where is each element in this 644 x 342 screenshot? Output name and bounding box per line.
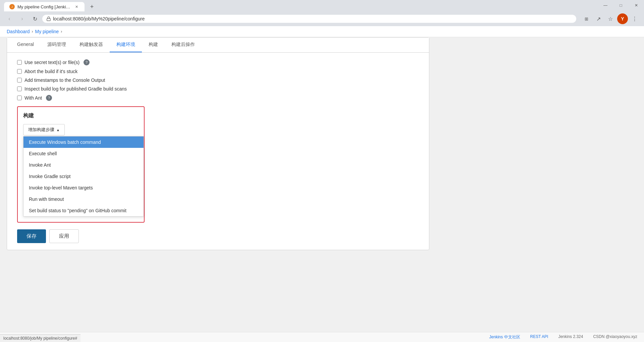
dropdown-item-6[interactable]: Set build status to "pending" on GitHub … (23, 205, 144, 216)
breadcrumb-pipeline[interactable]: My pipeline (35, 29, 59, 34)
breadcrumb-sep2: › (61, 29, 62, 34)
url-text: localhost:8080/job/My%20pipeline/configu… (53, 16, 572, 21)
forward-button[interactable]: › (17, 13, 28, 24)
breadcrumb: Dashboard › My pipeline › (0, 26, 644, 37)
tab-title: My pipeline Config [Jenkins] (17, 4, 71, 9)
build-section-title: 构建 (23, 112, 139, 119)
tab-build[interactable]: 构建 (142, 38, 165, 52)
build-section: 构建 增加构建步骤 ▲ Execute Windows batch comman… (17, 106, 145, 223)
tab-triggers[interactable]: 构建触发器 (73, 38, 110, 52)
dropdown-item-3[interactable]: Invoke Gradle script (23, 171, 144, 182)
menu-button[interactable]: ⋮ (629, 13, 640, 24)
tab-general[interactable]: General (10, 38, 41, 52)
save-button[interactable]: 保存 (17, 229, 46, 243)
lock-icon (46, 16, 51, 21)
checkbox-row-4: Inspect build log for published Gradle b… (17, 86, 419, 92)
checkbox-timestamps[interactable] (17, 78, 22, 82)
dropdown-item-5[interactable]: Run with timeout (23, 193, 144, 205)
dropdown-item-4[interactable]: Invoke top-level Maven targets (23, 182, 144, 193)
add-step-dropdown: Execute Windows batch command Execute sh… (23, 136, 144, 217)
share-button[interactable]: ↗ (593, 13, 604, 24)
tab-favicon: J (9, 4, 15, 9)
minimize-button[interactable]: — (598, 0, 613, 11)
checkbox-gradle-scans-label: Inspect build log for published Gradle b… (24, 86, 127, 92)
checkbox-row-1: Use secret text(s) or file(s) ? (17, 59, 419, 65)
address-bar[interactable]: localhost:8080/job/My%20pipeline/configu… (42, 15, 576, 23)
tabs-bar: General 源码管理 构建触发器 构建环境 构建 构建后操作 (7, 38, 429, 53)
chevron-up-icon: ▲ (56, 128, 60, 132)
svg-rect-0 (47, 18, 51, 20)
dropdown-item-1[interactable]: Execute shell (23, 148, 144, 159)
close-button[interactable]: ✕ (629, 0, 644, 11)
checkbox-row-3: Add timestamps to the Console Output (17, 77, 419, 83)
dropdown-item-2[interactable]: Invoke Ant (23, 159, 144, 171)
add-step-label: 增加构建步骤 (28, 127, 54, 133)
bookmark-button[interactable]: ☆ (605, 13, 616, 24)
action-buttons: 保存 应用 (17, 229, 419, 243)
checkbox-row-2: Abort the build if it's stuck (17, 69, 419, 74)
browser-tab[interactable]: J My pipeline Config [Jenkins] ✕ (4, 2, 85, 11)
checkbox-secret-text[interactable] (17, 60, 22, 65)
checkbox-row-5: With Ant ? (17, 95, 419, 101)
dropdown-item-0[interactable]: Execute Windows batch command (23, 136, 144, 148)
add-step-button[interactable]: 增加构建步骤 ▲ (23, 124, 65, 135)
help-icon-with-ant[interactable]: ? (46, 95, 52, 101)
profile-button[interactable]: Y (617, 13, 628, 24)
maximize-button[interactable]: □ (613, 0, 629, 11)
new-tab-button[interactable]: + (87, 2, 97, 11)
checkbox-abort-build-label: Abort the build if it's stuck (24, 69, 77, 74)
help-icon-secret[interactable]: ? (84, 59, 90, 65)
tab-source[interactable]: 源码管理 (41, 38, 73, 52)
breadcrumb-sep1: › (32, 29, 33, 34)
checkbox-timestamps-label: Add timestamps to the Console Output (24, 77, 105, 83)
tab-close-button[interactable]: ✕ (74, 4, 79, 9)
reload-button[interactable]: ↻ (30, 13, 40, 24)
checkbox-gradle-scans[interactable] (17, 87, 22, 91)
breadcrumb-dashboard[interactable]: Dashboard (7, 29, 30, 34)
tab-build-env[interactable]: 构建环境 (110, 38, 142, 52)
back-button[interactable]: ‹ (4, 13, 15, 24)
tab-post-build[interactable]: 构建后操作 (165, 38, 202, 52)
apply-button[interactable]: 应用 (49, 229, 79, 243)
checkbox-with-ant[interactable] (17, 96, 22, 100)
checkbox-abort-build[interactable] (17, 69, 22, 74)
checkbox-with-ant-label: With Ant (24, 95, 42, 101)
checkbox-secret-text-label: Use secret text(s) or file(s) (24, 60, 79, 65)
translate-button[interactable]: ⊞ (581, 13, 592, 24)
